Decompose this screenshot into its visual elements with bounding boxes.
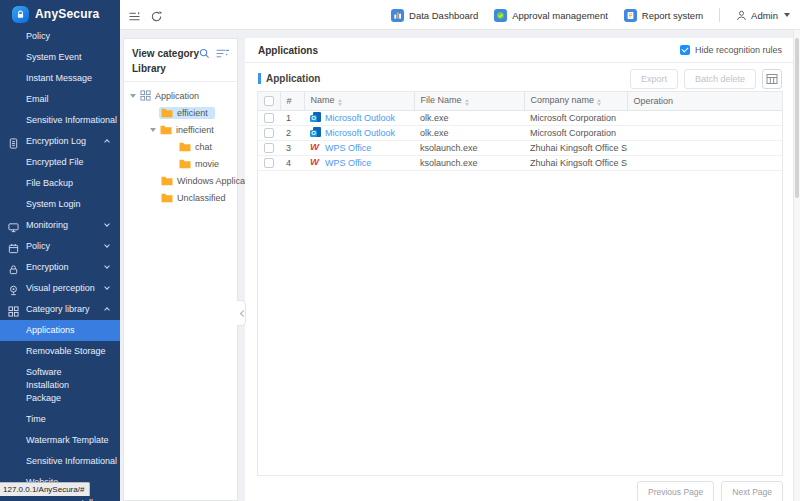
sidebar-item-sensitive-informational[interactable]: Sensitive Informational (0, 110, 120, 131)
checkbox-checked-icon[interactable] (680, 45, 690, 55)
vertical-scrollbar[interactable] (793, 30, 800, 501)
app-name-link[interactable]: Microsoft Outlook (325, 113, 395, 123)
sidebar-group-label: Category library (26, 304, 90, 314)
file-name-cell: ksolaunch.exe (414, 140, 524, 155)
sidebar-item-email[interactable]: Email (0, 89, 120, 110)
folder-icon (161, 176, 173, 186)
tree-node-windows-application[interactable]: Windows Application (124, 172, 237, 189)
sort-icon[interactable] (338, 99, 342, 106)
sidebar-item-label: File Backup (26, 178, 73, 188)
company-cell: Zhuhai Kingsoft Office Soft (524, 155, 627, 170)
chevron-up-icon (104, 139, 110, 145)
nav-report-system[interactable]: Report system (624, 9, 703, 22)
nav-data-dashboard[interactable]: Data Dashboard (391, 9, 478, 22)
search-icon[interactable] (199, 48, 210, 59)
sort-filter-icon[interactable] (216, 48, 230, 59)
panel-collapse-handle[interactable] (237, 300, 246, 326)
lock-logo-icon (12, 6, 29, 23)
sidebar-group-monitoring[interactable]: Monitoring (0, 215, 120, 236)
chevron-down-icon (104, 263, 110, 269)
sidebar-item-watermark-template[interactable]: Watermark Template (0, 430, 120, 451)
section-title: Application (258, 73, 320, 84)
nav-approval-management[interactable]: Approval management (494, 9, 608, 22)
chevron-down-icon (104, 242, 110, 248)
sidebar-group-encryption[interactable]: Encryption (0, 257, 120, 278)
sidebar-item-applications[interactable]: Applications (0, 320, 120, 341)
sidebar-item-encrypted-file[interactable]: Encrypted File (0, 152, 120, 173)
tree-caret-icon[interactable] (150, 128, 156, 132)
sidebar-item-time[interactable]: Time (0, 409, 120, 430)
row-checkbox[interactable] (264, 143, 274, 153)
row-checkbox[interactable] (264, 128, 274, 138)
lock-icon (8, 262, 19, 273)
tree-panel-title: View category Library (132, 46, 204, 76)
table-row: 3 WPS Office ksolaunch.exe Zhuhai Kingso… (258, 140, 782, 155)
column-header-name[interactable]: Name (304, 92, 414, 110)
app-name-link[interactable]: WPS Office (325, 158, 371, 168)
tree-caret-icon[interactable] (130, 94, 136, 98)
tree-node-label: Application (155, 91, 199, 101)
sort-icon[interactable] (465, 99, 469, 106)
app-name-link[interactable]: WPS Office (325, 143, 371, 153)
sidebar-item-file-backup[interactable]: File Backup (0, 173, 120, 194)
tree-node-label: chat (195, 142, 212, 152)
sidebar-item-label: Software Installation Package (26, 367, 69, 403)
user-menu[interactable]: Admin (736, 10, 790, 21)
page-title: Applications (258, 45, 318, 56)
chevron-down-icon (104, 284, 110, 290)
column-header-company[interactable]: Company name (524, 92, 627, 110)
scrollbar-thumb[interactable] (795, 38, 799, 198)
sidebar-group-visual-perception[interactable]: Visual perception (0, 278, 120, 299)
sidebar-item-sensitive-informational-2[interactable]: Sensitive Informational (0, 451, 120, 472)
sidebar-group-category-library[interactable]: Category library (0, 299, 120, 320)
app-name-link[interactable]: Microsoft Outlook (325, 128, 395, 138)
sort-icon[interactable] (597, 99, 601, 106)
select-all-cell (258, 92, 280, 110)
row-checkbox[interactable] (264, 113, 274, 123)
calendar-icon (8, 241, 19, 252)
tree-node-movie[interactable]: movie (124, 155, 237, 172)
batch-delete-button[interactable]: Batch delete (684, 69, 756, 89)
folder-icon (179, 142, 191, 152)
sidebar-item-label: Sensitive Informational (26, 456, 117, 466)
file-name-cell: olk.exe (414, 110, 524, 125)
sidebar-item-policy[interactable]: Policy (0, 26, 120, 47)
person-icon (736, 10, 747, 21)
column-header-operation: Operation (627, 92, 782, 110)
refresh-icon[interactable] (150, 9, 163, 22)
sidebar-group-encryption-log[interactable]: Encryption Log (0, 131, 120, 152)
tree-node-inefficient[interactable]: inefficient (124, 121, 237, 138)
row-checkbox[interactable] (264, 158, 274, 168)
hide-recognition-rules-toggle[interactable]: Hide recognition rules (680, 45, 782, 55)
status-url-tooltip: 127.0.0.1/AnySecura/# (0, 482, 90, 496)
export-button[interactable]: Export (630, 69, 678, 89)
tree-node-application[interactable]: Application (124, 87, 237, 104)
column-settings-button[interactable] (762, 69, 782, 89)
outlook-icon (310, 112, 321, 123)
sidebar-item-instant-message[interactable]: Instant Message (0, 68, 120, 89)
tree-node-unclassified[interactable]: Unclassified (124, 189, 237, 206)
sidebar-item-removable-storage[interactable]: Removable Storage (0, 341, 120, 362)
table-row: 1 Microsoft Outlook olk.exe Microsoft Co… (258, 110, 782, 125)
select-all-checkbox[interactable] (264, 96, 274, 106)
sidebar-item-system-login[interactable]: System Login (0, 194, 120, 215)
sidebar-item-software-installation-package[interactable]: Software Installation Package (0, 362, 120, 409)
tree-node-label: Unclassified (177, 193, 226, 203)
previous-page-button[interactable]: Previous Page (637, 481, 714, 501)
tree-node-efficient[interactable]: efficient (124, 104, 237, 121)
tree-node-chat[interactable]: chat (124, 138, 237, 155)
sidebar-item-system-event[interactable]: System Event (0, 47, 120, 68)
next-page-button[interactable]: Next Page (721, 481, 783, 501)
sidebar-item-label: Sensitive Informational (26, 115, 117, 125)
sidebar-item-label: Watermark Template (26, 435, 109, 445)
dashboard-icon (391, 9, 404, 22)
column-header-file-name[interactable]: File Name (414, 92, 524, 110)
column-header-num[interactable]: # (280, 92, 304, 110)
menu-fold-icon[interactable] (128, 9, 141, 22)
nav-label: Report system (642, 10, 703, 21)
row-number: 4 (280, 155, 304, 170)
sidebar-group-policy[interactable]: Policy (0, 236, 120, 257)
approval-icon (494, 9, 507, 22)
grid-icon (140, 90, 151, 101)
accent-bar (258, 73, 261, 84)
